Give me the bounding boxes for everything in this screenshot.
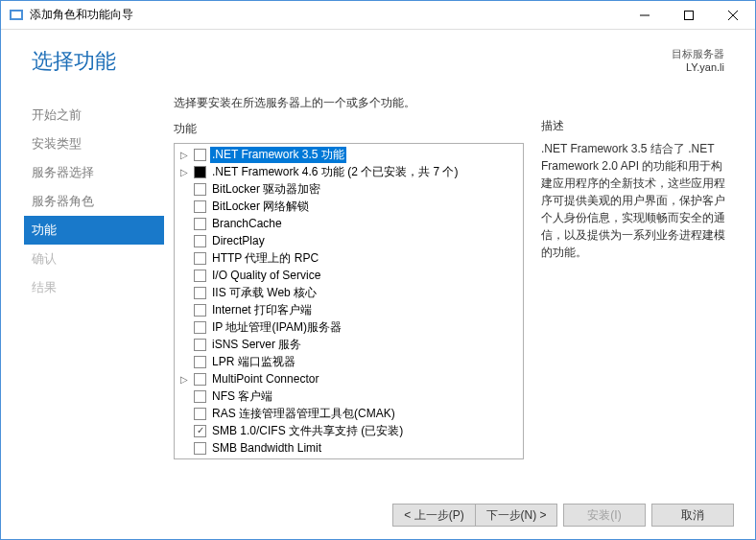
feature-label[interactable]: RAS 连接管理器管理工具包(CMAK) [210, 406, 397, 422]
titlebar: 添加角色和功能向导 [1, 1, 755, 30]
description-label: 描述 [541, 118, 728, 134]
feature-checkbox[interactable] [194, 425, 206, 437]
feature-row[interactable]: ▷RAS 连接管理器管理工具包(CMAK) [175, 405, 523, 422]
feature-row[interactable]: ▷iSNS Server 服务 [175, 336, 523, 353]
target-server-name: LY.yan.li [672, 61, 724, 73]
wizard-body: 开始之前安装类型服务器选择服务器角色功能确认结果 选择要安装在所选服务器上的一个… [1, 83, 755, 491]
feature-checkbox[interactable] [194, 200, 206, 213]
expander-icon[interactable]: ▷ [178, 374, 190, 385]
svg-rect-3 [685, 11, 694, 19]
feature-checkbox[interactable] [194, 287, 206, 299]
target-server-block: 目标服务器 LY.yan.li [672, 47, 724, 73]
feature-row[interactable]: ▷SMB Bandwidth Limit [175, 439, 523, 457]
feature-label[interactable]: Internet 打印客户端 [210, 302, 314, 318]
nav-button-pair: < 上一步(P) 下一步(N) > [392, 504, 557, 527]
feature-checkbox[interactable] [194, 218, 206, 230]
feature-checkbox[interactable] [194, 390, 206, 403]
step-item[interactable]: 功能 [24, 216, 164, 245]
step-item[interactable]: 服务器角色 [24, 187, 164, 216]
cancel-button[interactable]: 取消 [651, 504, 734, 527]
feature-label[interactable]: .NET Framework 4.6 功能 (2 个已安装，共 7 个) [210, 164, 460, 180]
svg-rect-1 [12, 12, 21, 18]
step-item: 确认 [24, 245, 164, 273]
feature-row[interactable]: ▷LPR 端口监视器 [175, 353, 523, 370]
feature-label[interactable]: BranchCache [210, 217, 284, 230]
feature-label[interactable]: IIS 可承载 Web 核心 [210, 285, 319, 301]
description-column: 描述 .NET Framework 3.5 结合了 .NET Framework… [541, 95, 728, 491]
feature-row[interactable]: ▷IP 地址管理(IPAM)服务器 [175, 318, 523, 336]
window-title: 添加角色和功能向导 [30, 7, 623, 23]
feature-row[interactable]: ▷NFS 客户端 [175, 387, 523, 405]
feature-label[interactable]: .NET Framework 3.5 功能 [210, 147, 346, 163]
description-spacer [541, 95, 728, 108]
features-tree[interactable]: ▷.NET Framework 3.5 功能▷.NET Framework 4.… [174, 143, 524, 459]
feature-label[interactable]: iSNS Server 服务 [210, 337, 303, 353]
feature-checkbox[interactable] [194, 149, 206, 161]
feature-row[interactable]: ▷BitLocker 驱动器加密 [175, 180, 523, 198]
feature-label[interactable]: SMB Bandwidth Limit [210, 441, 323, 455]
feature-checkbox[interactable] [194, 321, 206, 334]
feature-label[interactable]: SMTP 服务器 [210, 458, 283, 460]
features-column: 选择要安装在所选服务器上的一个或多个功能。 功能 ▷.NET Framework… [174, 95, 524, 491]
feature-checkbox[interactable] [194, 183, 206, 196]
step-item[interactable]: 服务器选择 [24, 158, 164, 187]
feature-row[interactable]: ▷I/O Quality of Service [175, 267, 523, 284]
features-label: 功能 [174, 121, 524, 137]
next-button[interactable]: 下一步(N) > [475, 504, 557, 527]
close-button[interactable] [711, 1, 755, 30]
feature-checkbox[interactable] [194, 408, 206, 420]
expander-icon[interactable]: ▷ [178, 167, 190, 177]
footer: < 上一步(P) 下一步(N) > 安装(I) 取消 [1, 491, 755, 539]
feature-row[interactable]: ▷HTTP 代理上的 RPC [175, 249, 523, 267]
step-list: 开始之前安装类型服务器选择服务器角色功能确认结果 [1, 83, 164, 491]
feature-checkbox[interactable] [194, 356, 206, 368]
feature-row[interactable]: ▷Internet 打印客户端 [175, 301, 523, 318]
target-server-label: 目标服务器 [672, 47, 724, 61]
feature-label[interactable]: DirectPlay [210, 234, 267, 247]
step-item: 结果 [24, 273, 164, 302]
header: 选择功能 目标服务器 LY.yan.li [1, 30, 755, 83]
page-title: 选择功能 [32, 47, 672, 76]
main-panel: 选择要安装在所选服务器上的一个或多个功能。 功能 ▷.NET Framework… [164, 83, 755, 491]
feature-checkbox[interactable] [194, 459, 206, 460]
feature-label[interactable]: SMB 1.0/CIFS 文件共享支持 (已安装) [210, 423, 405, 439]
feature-label[interactable]: NFS 客户端 [210, 388, 274, 405]
feature-checkbox[interactable] [194, 373, 206, 386]
feature-row[interactable]: ▷SMTP 服务器 [175, 457, 523, 459]
feature-label[interactable]: BitLocker 驱动器加密 [210, 181, 322, 198]
feature-label[interactable]: HTTP 代理上的 RPC [210, 250, 320, 267]
description-text: .NET Framework 3.5 结合了 .NET Framework 2.… [541, 140, 728, 261]
feature-row[interactable]: ▷.NET Framework 4.6 功能 (2 个已安装，共 7 个) [175, 163, 523, 180]
minimize-button[interactable] [623, 1, 667, 30]
feature-checkbox[interactable] [194, 304, 206, 317]
instruction-text: 选择要安装在所选服务器上的一个或多个功能。 [174, 95, 524, 111]
feature-label[interactable]: MultiPoint Connector [210, 372, 320, 386]
previous-button[interactable]: < 上一步(P) [392, 504, 475, 527]
feature-checkbox[interactable] [194, 166, 206, 178]
feature-checkbox[interactable] [194, 442, 206, 455]
feature-checkbox[interactable] [194, 252, 206, 265]
app-icon [9, 8, 24, 23]
feature-row[interactable]: ▷SMB 1.0/CIFS 文件共享支持 (已安装) [175, 422, 523, 439]
step-item[interactable]: 安装类型 [24, 129, 164, 158]
feature-row[interactable]: ▷MultiPoint Connector [175, 370, 523, 387]
feature-label[interactable]: BitLocker 网络解锁 [210, 199, 311, 215]
feature-row[interactable]: ▷BitLocker 网络解锁 [175, 198, 523, 215]
feature-row[interactable]: ▷BranchCache [175, 215, 523, 232]
feature-checkbox[interactable] [194, 339, 206, 351]
feature-row[interactable]: ▷.NET Framework 3.5 功能 [175, 146, 523, 163]
feature-row[interactable]: ▷IIS 可承载 Web 核心 [175, 284, 523, 301]
feature-checkbox[interactable] [194, 235, 206, 247]
feature-label[interactable]: IP 地址管理(IPAM)服务器 [210, 319, 343, 336]
feature-label[interactable]: I/O Quality of Service [210, 269, 322, 282]
feature-checkbox[interactable] [194, 270, 206, 282]
wizard-window: 添加角色和功能向导 选择功能 目标服务器 LY.yan.li 开始之前安装类型服… [0, 0, 756, 540]
feature-row[interactable]: ▷DirectPlay [175, 232, 523, 249]
expander-icon[interactable]: ▷ [178, 150, 190, 160]
maximize-button[interactable] [667, 1, 711, 30]
step-item[interactable]: 开始之前 [24, 101, 164, 129]
install-button[interactable]: 安装(I) [563, 504, 646, 527]
feature-label[interactable]: LPR 端口监视器 [210, 354, 297, 370]
